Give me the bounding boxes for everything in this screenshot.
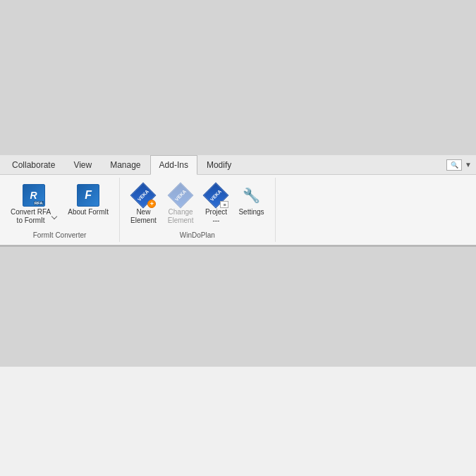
new-element-icon: VEKA [132, 184, 154, 207]
change-element-icon: VEKA [169, 184, 192, 207]
settings-button[interactable]: 🔧 Settings [233, 181, 269, 220]
convert-rfa-button[interactable]: R Convert RFAto FormIt [6, 181, 61, 228]
tab-bar: Collaborate View Manage Add-Ins Modify 🔍… [0, 155, 476, 175]
veka-new-diamond: VEKA [132, 184, 154, 207]
convert-rfa-label: Convert RFAto FormIt [11, 208, 56, 225]
ribbon-content: R Convert RFAto FormIt F About FormIt Fo… [0, 175, 476, 245]
group-formit-converter: R Convert RFAto FormIt F About FormIt Fo… [0, 178, 120, 242]
new-element-label: NewElement [130, 208, 157, 225]
veka-change-diamond: VEKA [169, 184, 192, 207]
about-formit-label: About FormIt [68, 208, 109, 216]
ribbon-area: Collaborate View Manage Add-Ins Modify 🔍… [0, 155, 476, 247]
formit-buttons: R Convert RFAto FormIt F About FormIt [6, 181, 114, 228]
new-element-button[interactable]: VEKA NewElement [126, 181, 161, 228]
project-button[interactable]: VEKA Project--- [200, 181, 232, 228]
upper-workspace [0, 0, 476, 155]
rfa-icon: R [23, 184, 45, 207]
tab-collaborate[interactable]: Collaborate [3, 155, 64, 175]
tab-modify[interactable]: Modify [197, 155, 240, 175]
project-icon: VEKA [205, 184, 227, 207]
ribbon-bottom-border [0, 245, 476, 247]
rfa-badge: R [23, 184, 45, 207]
formit-icon: F [77, 184, 99, 207]
change-element-button: VEKA ChangeElement [163, 181, 199, 228]
formit-group-label: FormIt Converter [33, 228, 87, 239]
tab-search-area: 🔍 ▼ [446, 159, 472, 171]
tab-addins[interactable]: Add-Ins [150, 155, 197, 175]
search-dropdown[interactable]: ▼ [465, 161, 472, 169]
settings-label: Settings [238, 208, 264, 216]
project-label: Project--- [205, 208, 227, 225]
wrench-icon: 🔧 [240, 184, 263, 207]
change-element-label: ChangeElement [168, 208, 194, 225]
veka-project-diamond: VEKA [205, 184, 227, 207]
windoplan-buttons: VEKA NewElement VEKA ChangeElement [126, 181, 269, 228]
tab-manage[interactable]: Manage [101, 155, 149, 175]
windoplan-group-label: WinDoPlan [180, 228, 215, 239]
veka-project-badge [220, 201, 228, 208]
settings-icon: 🔧 [240, 184, 263, 207]
about-formit-button[interactable]: F About FormIt [63, 181, 114, 220]
tab-view[interactable]: View [64, 155, 101, 175]
veka-new-badge [147, 200, 156, 208]
formit-badge: F [77, 184, 99, 207]
search-box[interactable]: 🔍 [446, 159, 462, 171]
convert-dropdown-arrow [51, 214, 57, 219]
group-windoplan: VEKA NewElement VEKA ChangeElement [120, 178, 276, 242]
